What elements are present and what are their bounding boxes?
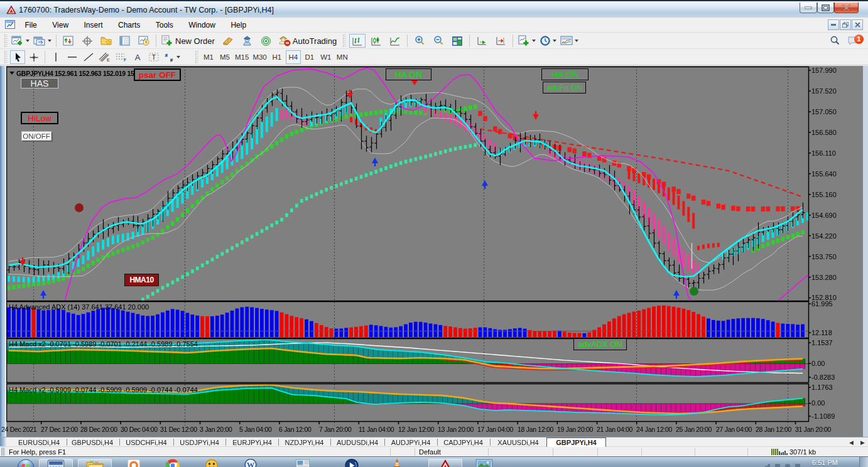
ha-button-2[interactable]: HA ON: [541, 68, 589, 80]
tray-flag-icon[interactable]: [795, 464, 800, 467]
zoom-out-button[interactable]: [430, 34, 447, 48]
onoff-button[interactable]: ON/OFF: [21, 131, 52, 141]
taskbar-news-app[interactable]: [286, 459, 320, 467]
menu-insert[interactable]: Insert: [78, 18, 109, 32]
chart-tab-5[interactable]: NZDJPYi,H4: [281, 437, 328, 447]
window-minimize-button[interactable]: [800, 3, 817, 13]
taskbar-image-viewer[interactable]: [467, 459, 501, 467]
taskbar-chrome[interactable]: [156, 459, 190, 467]
tray-updates-icon[interactable]: [785, 464, 790, 467]
chart-tab-3[interactable]: USDJPYi,H4: [176, 437, 223, 447]
taskbar-keyboard-app[interactable]: [39, 459, 73, 467]
advfo-button[interactable]: advFo ON: [543, 82, 586, 94]
timeframe-mn-button[interactable]: MN: [335, 50, 350, 64]
tab-scroll-left[interactable]: ◀: [849, 439, 854, 446]
horizontal-line-tool[interactable]: [65, 50, 80, 64]
fibonacci-tool[interactable]: F: [114, 50, 129, 64]
menu-file[interactable]: File: [18, 18, 43, 32]
chart-tab-8[interactable]: CADJPYi,H4: [439, 437, 487, 447]
timeframe-d1-button[interactable]: D1: [302, 50, 317, 64]
psar-button[interactable]: psar OFF: [134, 68, 181, 81]
periods-caret[interactable]: [553, 40, 556, 42]
taskbar-start-orb[interactable]: [9, 459, 43, 467]
new-order-button[interactable]: New Order: [160, 34, 218, 48]
indicators-caret[interactable]: [532, 40, 536, 42]
arrows-tool-caret[interactable]: [176, 56, 180, 58]
ha-button-1[interactable]: HA ON: [386, 68, 431, 80]
equidistant-channel-tool[interactable]: E: [97, 50, 112, 64]
metaeditor-button[interactable]: [220, 34, 237, 48]
timeframe-w1-button[interactable]: W1: [318, 50, 334, 64]
trendline-tool[interactable]: [81, 50, 96, 64]
timeframe-h4-button[interactable]: H4: [286, 50, 301, 64]
taskbar-metatrader[interactable]: [428, 459, 462, 467]
show-desktop-button[interactable]: [859, 457, 868, 467]
autotrading-button[interactable]: AutoTrading: [277, 34, 340, 48]
hilow-button[interactable]: HiLow: [21, 112, 58, 124]
status-profile[interactable]: Default: [419, 448, 441, 456]
tray-network-icon[interactable]: [775, 464, 780, 467]
line-chart-button[interactable]: [387, 34, 403, 48]
navigator-button[interactable]: [98, 34, 114, 48]
strategy-tester-button[interactable]: [136, 34, 152, 48]
timeframe-m5-button[interactable]: M5: [217, 50, 232, 64]
window-close-button[interactable]: [834, 3, 859, 13]
menu-tools[interactable]: Tools: [149, 18, 180, 32]
templates-caret[interactable]: [575, 40, 578, 42]
search-button[interactable]: [827, 34, 843, 48]
tile-windows-button[interactable]: [449, 34, 465, 48]
chart-tab-0[interactable]: EURUSDi,H4: [14, 437, 64, 447]
timeframe-m15-button[interactable]: M15: [234, 50, 250, 64]
indicators-button[interactable]: [517, 34, 536, 48]
profiles-caret[interactable]: [48, 40, 52, 42]
chart-tab-10[interactable]: GBPJPYi,H4: [546, 437, 606, 447]
taskbar-character-app[interactable]: [195, 459, 229, 467]
profiles-button[interactable]: [33, 34, 52, 48]
chart-tab-9[interactable]: XAUUSDi,H4: [492, 437, 544, 447]
candlestick-button[interactable]: [368, 34, 384, 48]
vertical-line-tool[interactable]: [48, 50, 63, 64]
toolbar-drag-handle-2[interactable]: [343, 35, 346, 47]
cursor-tool-button[interactable]: [10, 50, 25, 64]
taskbar-clock[interactable]: 6:51 PM: [812, 459, 838, 466]
tab-scroll-right[interactable]: ▶: [860, 439, 865, 446]
data-window-button[interactable]: [79, 34, 95, 48]
menu-window[interactable]: Window: [182, 18, 222, 32]
timeframe-m30-button[interactable]: M30: [251, 50, 268, 64]
chart-tab-1[interactable]: GBPUSDi,H4: [68, 437, 117, 447]
chart-shift-button[interactable]: [492, 34, 509, 48]
chart-title-collapse-icon[interactable]: [9, 72, 14, 75]
chart-tab-6[interactable]: AUDUSDi,H4: [333, 437, 382, 447]
child-minimize-button[interactable]: [828, 19, 839, 30]
taskbar-word-app[interactable]: W: [234, 459, 268, 467]
timeframe-m1-button[interactable]: M1: [201, 50, 216, 64]
menu-charts[interactable]: Charts: [112, 18, 146, 32]
taskbar-folder[interactable]: [78, 459, 112, 467]
text-tool[interactable]: A: [130, 50, 145, 64]
zoom-in-button[interactable]: [411, 34, 428, 48]
menu-view[interactable]: View: [46, 18, 75, 32]
signals-button[interactable]: [258, 34, 274, 48]
notifications-button[interactable]: 1: [845, 34, 862, 48]
crosshair-tool-button[interactable]: [26, 50, 41, 64]
taskbar-media-app[interactable]: [335, 459, 369, 467]
toolbar2-drag-handle[interactable]: [4, 51, 8, 63]
templates-button[interactable]: [560, 34, 579, 48]
market-watch-button[interactable]: [60, 34, 77, 48]
timeframe-drag-handle[interactable]: [195, 51, 198, 63]
periods-button[interactable]: [539, 34, 557, 48]
taskbar-vlc[interactable]: [380, 459, 414, 467]
expert-advisors-button[interactable]: [239, 34, 256, 48]
bar-chart-button[interactable]: [349, 34, 366, 48]
arrows-tool[interactable]: [163, 50, 181, 64]
child-close-button[interactable]: [852, 19, 863, 30]
terminal-button[interactable]: [117, 34, 133, 48]
chart-tab-2[interactable]: USDCHFi,H4: [122, 437, 171, 447]
menu-help[interactable]: Help: [224, 18, 252, 32]
toolbar-drag-handle[interactable]: [4, 35, 8, 47]
new-chart-caret[interactable]: [26, 40, 30, 42]
hma10-button[interactable]: HMA10: [124, 274, 159, 286]
advadx-button[interactable]: advADX ON: [573, 338, 627, 350]
chart-tab-4[interactable]: EURJPYi,H4: [229, 437, 276, 447]
text-label-tool[interactable]: T: [146, 50, 161, 64]
